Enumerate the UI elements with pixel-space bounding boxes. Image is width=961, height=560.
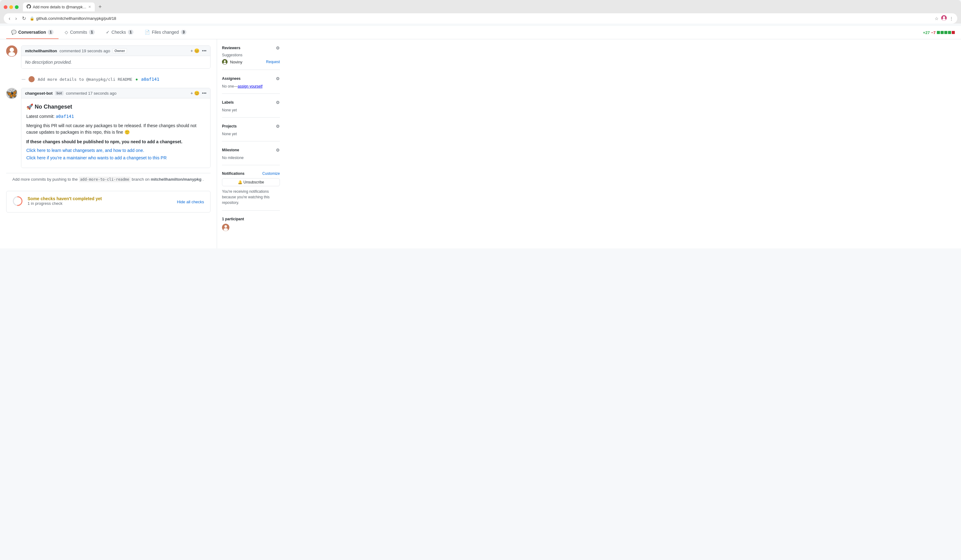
bookmark-icon[interactable]: ☆ [935, 16, 939, 21]
tab-checks-label: Checks [111, 30, 126, 35]
new-tab-button[interactable]: + [96, 2, 104, 11]
comment-changeset-bot: 🦋 changeset-bot bot commented 17 seconds… [6, 88, 211, 168]
menu-icon[interactable]: ⋮ [949, 16, 954, 21]
hide-all-checks-button[interactable]: Hide all checks [177, 199, 204, 204]
assignees-section: Assignees ⚙ No one—assign yourself [222, 76, 280, 94]
participant-avatar [222, 224, 230, 231]
labels-gear-icon[interactable]: ⚙ [276, 100, 280, 105]
tab-commits[interactable]: ◇ Commits 1 [60, 26, 100, 39]
unsubscribe-button[interactable]: 🔔 Unsubscribe [222, 178, 280, 186]
diff-bar-4 [948, 31, 951, 34]
commit-line-icon: — [22, 77, 26, 81]
svg-point-4 [10, 48, 14, 52]
repo-name: mitchellhamilton/manypkg [151, 177, 202, 181]
assignees-gear-icon[interactable]: ⚙ [276, 76, 280, 81]
noviny-name: Noviny [230, 60, 243, 64]
merging-text: Merging this PR will not cause any packa… [26, 122, 205, 135]
sidebar: Reviewers ⚙ Suggestions Noviny Request A… [217, 39, 285, 249]
projects-header: Projects ⚙ [222, 124, 280, 129]
changeset-bot-body: 🚀 No Changeset Latest commit: a0af141 Me… [21, 98, 210, 168]
minimize-dot[interactable] [9, 5, 13, 9]
checks-content: Some checks haven't completed yet 1 in p… [27, 196, 174, 206]
address-bar: ‹ › ↻ 🔒 github.com/mitchellhamilton/many… [4, 13, 957, 24]
participants-count: 1 participant [222, 217, 280, 221]
bot-comment-menu-button[interactable]: ••• [202, 91, 207, 96]
browser-actions: ☆ ⋮ [935, 15, 954, 22]
request-link[interactable]: Request [266, 60, 280, 64]
mitchellhamilton-author: mitchellhamilton [25, 48, 57, 53]
milestone-gear-icon[interactable]: ⚙ [276, 148, 280, 152]
checks-title: Some checks haven't completed yet [27, 196, 174, 201]
latest-commit-hash-link[interactable]: a0af141 [56, 114, 74, 119]
reviewers-gear-icon[interactable]: ⚙ [276, 45, 280, 50]
commit-status-dot: ● [135, 77, 138, 82]
commit-hash[interactable]: a0af141 [141, 77, 159, 82]
checks-progress-icon [13, 196, 24, 207]
labels-header: Labels ⚙ [222, 100, 280, 105]
add-changeset-link-line: Click here if you're a maintainer who wa… [26, 155, 205, 160]
forward-button[interactable]: › [14, 15, 18, 22]
mitchellhamilton-comment-actions[interactable]: + 😊 ••• [190, 48, 207, 53]
maximize-dot[interactable] [15, 5, 19, 9]
milestone-header: Milestone ⚙ [222, 148, 280, 152]
notifications-section: Notifications Customize 🔔 Unsubscribe Yo… [222, 172, 280, 211]
reviewers-suggestions-label: Suggestions [222, 53, 280, 57]
svg-point-1 [943, 16, 945, 19]
tab-close-button[interactable]: ✕ [88, 5, 91, 9]
milestone-section: Milestone ⚙ No milestone [222, 148, 280, 165]
active-tab[interactable]: Add more details to @manypk… ✕ [23, 2, 95, 11]
commit-ref-text: Add more details to @manypkg/cli README [38, 77, 132, 82]
no-changeset-title: 🚀 No Changeset [26, 103, 205, 110]
diff-additions: +27 [923, 30, 930, 35]
commits-badge: 1 [89, 30, 95, 35]
diff-deletions: −7 [931, 30, 935, 35]
main-layout: mitchellhamilton commented 19 seconds ag… [0, 39, 961, 249]
reviewers-header: Reviewers ⚙ [222, 45, 280, 50]
bot-badge: bot [55, 91, 63, 95]
changeset-bot-author: changeset-bot [25, 91, 53, 96]
noviny-avatar [222, 59, 228, 65]
checks-subtitle: 1 in progress check [27, 201, 174, 206]
bot-add-reaction-button[interactable]: + 😊 [190, 91, 199, 96]
back-button[interactable]: ‹ [7, 15, 11, 22]
commit-message: Add more details to @manypkg/cli README [38, 77, 132, 82]
projects-value: None yet [222, 132, 237, 136]
close-dot[interactable] [4, 5, 7, 9]
reload-button[interactable]: ↻ [21, 15, 27, 22]
files-icon: 📄 [145, 30, 150, 35]
diff-bar-2 [940, 31, 944, 34]
learn-changesets-link[interactable]: Click here to learn what changesets are,… [26, 148, 144, 153]
tab-checks[interactable]: ✓ Checks 1 [101, 26, 138, 39]
comment-menu-button[interactable]: ••• [202, 48, 207, 53]
tab-commits-label: Commits [70, 30, 87, 35]
milestone-value: No milestone [222, 156, 244, 160]
svg-point-11 [223, 63, 226, 64]
butterfly-icon: 🦋 [6, 88, 17, 99]
labels-title: Labels [222, 100, 234, 104]
add-reaction-button[interactable]: + 😊 [190, 48, 199, 53]
svg-point-13 [225, 225, 227, 228]
pr-tabs: 💬 Conversation 1 ◇ Commits 1 ✓ Checks 1 … [0, 26, 961, 39]
mitchellhamilton-comment-box: mitchellhamilton commented 19 seconds ag… [21, 45, 211, 69]
participants-section: 1 participant [222, 217, 280, 236]
url-text: github.com/mitchellhamilton/manypkg/pull… [36, 16, 116, 21]
tab-files-label: Files changed [152, 30, 178, 35]
owner-badge: Owner [113, 48, 127, 53]
avatar-icon[interactable] [941, 15, 947, 22]
url-field[interactable]: 🔒 github.com/mitchellhamilton/manypkg/pu… [30, 16, 932, 21]
tab-conversation[interactable]: 💬 Conversation 1 [6, 26, 58, 39]
assign-yourself-link[interactable]: assign yourself [238, 84, 262, 88]
notifications-header: Notifications Customize [222, 172, 280, 176]
latest-commit-line: Latest commit: a0af141 [26, 114, 205, 119]
milestone-title: Milestone [222, 148, 239, 152]
tab-files-changed[interactable]: 📄 Files changed 3 [140, 26, 191, 39]
notifications-description: You're receiving notifications because y… [222, 189, 280, 205]
push-suggestion: Add more commits by pushing to the add-m… [6, 173, 211, 185]
customize-link[interactable]: Customize [262, 172, 280, 176]
diff-bar-5 [952, 31, 955, 34]
add-changeset-link[interactable]: Click here if you're a maintainer who wa… [26, 155, 167, 160]
projects-gear-icon[interactable]: ⚙ [276, 124, 280, 129]
changeset-bot-actions[interactable]: + 😊 ••• [190, 91, 207, 96]
mitchellhamilton-comment-header: mitchellhamilton commented 19 seconds ag… [21, 46, 210, 56]
commits-icon: ◇ [65, 30, 68, 35]
